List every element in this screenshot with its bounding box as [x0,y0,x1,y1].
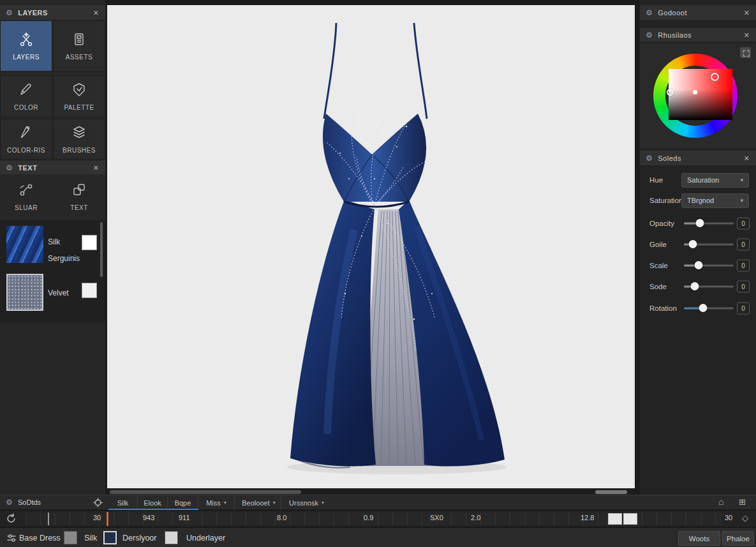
design-canvas[interactable] [107,5,635,488]
tab-urssnosk[interactable]: Urssnosk ▾ [283,495,330,510]
tab-elook[interactable]: Elook [138,495,168,510]
tool-color-label: COLOR [14,104,38,111]
layer-base-dress-chip[interactable] [64,531,77,544]
gear-icon[interactable]: ⚙ [6,8,13,17]
scale-slider[interactable] [684,264,734,266]
chevron-down-icon: ▾ [740,197,743,204]
material-item-velvet[interactable]: Velvet [0,271,105,317]
mixer-icon[interactable] [6,533,17,543]
sode-value-box[interactable]: 0 [737,280,750,292]
tool-sluar[interactable]: SLUAR [0,176,52,218]
home-icon[interactable]: ⌂ [718,497,723,507]
crosshair-icon[interactable] [93,498,103,507]
timeline-label: 911 [179,514,190,521]
hue-dropdown-value: Saturation [687,176,719,184]
tab-bqpe[interactable]: Bqpe [168,495,198,510]
layer-chips-bar: Base Dress Silk Derslyoor Underlayer Woo… [0,527,756,547]
saturation-dropdown[interactable]: TBrgnod ▾ [681,193,749,208]
layers-panel-header: ⚙ LAYERS × [0,5,105,20]
chevron-down-icon: ▾ [273,500,276,506]
scale-value-box[interactable]: 0 [737,259,750,271]
goile-slider-knob[interactable] [689,240,697,248]
materials-scrollbar[interactable] [100,222,103,277]
velvet-texture-thumbnail[interactable] [6,274,43,311]
saturation-dropdown-value: TBrgnod [687,197,714,204]
fashion-design-app: ⚙ LAYERS × LAYERS ASSETS COLO [0,0,756,547]
gear-icon[interactable]: ⚙ [6,163,13,172]
tab-silk[interactable]: Silk [108,495,138,510]
color-marker-secondary[interactable] [667,89,674,96]
rhusilaos-panel-title: Rhusilaos [658,31,744,39]
gear-icon[interactable]: ⚙ [646,31,653,40]
opacity-slider[interactable] [684,222,734,224]
asset-card-icon [71,31,87,48]
timeline: 30 943 911 8.0 0.9 SX0 2.0 12.8 30 ◇ [0,510,756,527]
rotation-slider-knob[interactable] [699,304,707,312]
tool-layers[interactable]: LAYERS [0,20,52,71]
right-sidebar: ⚙ Godooot × ⚙ Rhusilaos × ⚙ Soleds × [640,0,756,495]
goile-label: Goile [649,241,667,248]
woots-button[interactable]: Woots [678,531,720,546]
close-icon[interactable]: × [93,163,99,172]
scale-slider-knob[interactable] [695,261,703,269]
refresh-icon[interactable] [6,513,17,524]
sode-slider[interactable] [684,285,734,287]
tool-palette[interactable]: PALETTE [53,75,105,117]
chevron-down-icon: ▾ [740,177,743,183]
opacity-value-box[interactable]: 0 [737,217,750,229]
sode-slider-knob[interactable] [691,282,699,290]
bezier-icon [18,182,34,199]
opacity-slider-knob[interactable] [695,219,704,227]
expand-icon[interactable] [740,47,751,58]
timeline-label: 30 [93,514,101,521]
grid-icon[interactable]: ⊞ [739,497,746,507]
hue-dropdown[interactable]: Saturation ▾ [681,173,749,188]
tool-color-ris[interactable]: COLOR-RIS [0,119,52,160]
close-icon[interactable]: × [93,8,99,17]
scrollbar-handle-secondary[interactable] [595,490,627,494]
close-icon[interactable]: × [744,154,750,163]
tool-color[interactable]: COLOR [0,75,52,117]
layer-silk-chip[interactable] [103,531,117,544]
material-color-chip[interactable] [82,283,97,298]
timeline-selected-frame[interactable] [623,513,637,525]
timeline-label: 2.0 [471,514,480,521]
tool-palette-label: PALETTE [64,104,94,111]
scrollbar-handle[interactable] [110,490,301,494]
phaloe-button[interactable]: Phaloe [722,531,754,546]
timeline-cursor[interactable] [48,513,49,525]
tool-assets[interactable]: ASSETS [53,20,105,71]
timeline-selected-frame[interactable] [608,513,622,525]
canvas-horizontal-scrollbar[interactable] [107,489,635,495]
rotation-value-box[interactable]: 0 [737,302,750,314]
diamond-icon[interactable]: ◇ [742,513,748,523]
tool-text[interactable]: TEXT [53,176,105,218]
material-color-chip[interactable] [82,235,97,250]
goile-slider[interactable] [684,243,734,245]
shield-check-icon [71,82,87,98]
saturation-value-square[interactable] [669,69,732,120]
material-item-silk[interactable]: Silk Serguinis [0,223,105,269]
godooot-panel-title: Godooot [658,9,744,17]
silk-texture-thumbnail[interactable] [6,226,43,263]
layer-derslyoor-chip[interactable] [165,531,178,544]
layers-panel-title: LAYERS [18,9,93,17]
rotation-slider[interactable] [684,307,734,309]
close-icon[interactable]: × [744,8,750,17]
goile-value-box[interactable]: 0 [737,238,750,250]
close-icon[interactable]: × [744,31,750,40]
tool-sluar-label: SLUAR [15,204,38,211]
gear-icon[interactable]: ⚙ [646,154,653,163]
material-name: Silk [48,237,60,246]
text-panel-header: ⚙ TEXT × [0,161,105,174]
tab-beolooet[interactable]: Beolooet ▾ [237,495,281,510]
timeline-label: 12.8 [581,514,594,521]
color-marker-primary[interactable] [711,73,719,81]
tool-assets-label: ASSETS [66,54,93,61]
gear-icon[interactable]: ⚙ [6,498,13,507]
tool-brushes[interactable]: BRUSHES [53,119,105,160]
timeline-label-end: 30 [725,514,732,521]
gear-icon[interactable]: ⚙ [646,8,653,17]
timeline-playhead-marker[interactable] [107,512,108,526]
tab-miss[interactable]: Miss ▾ [198,495,235,510]
